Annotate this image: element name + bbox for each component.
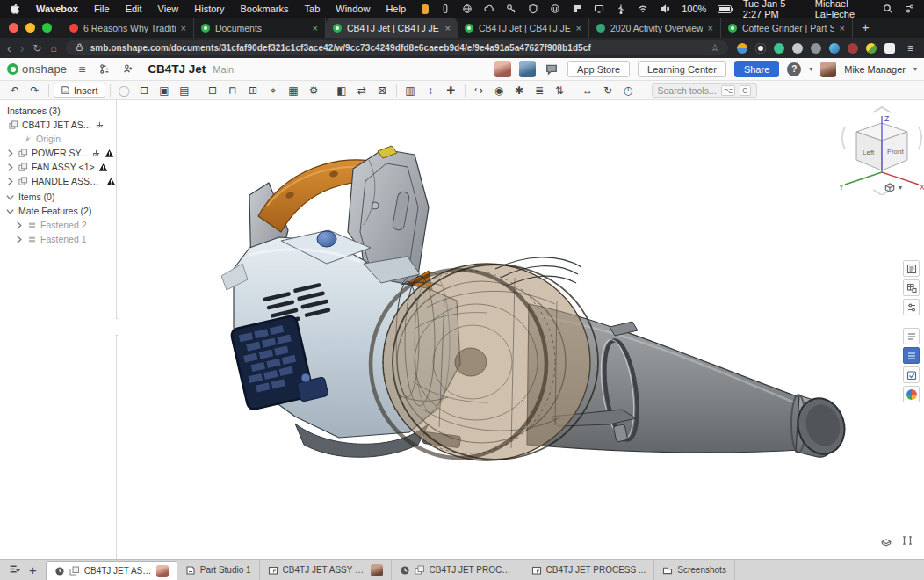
add-element-button[interactable]: +: [29, 562, 37, 577]
back-button[interactable]: ‹: [7, 42, 11, 54]
browser-tab-1[interactable]: 6 Reasons Why Traditional CA ×: [62, 18, 194, 38]
chevron-right-icon[interactable]: [5, 149, 15, 158]
learning-center-button[interactable]: Learning Center: [638, 61, 726, 77]
tab-close-icon[interactable]: ×: [576, 23, 581, 33]
extension-icon[interactable]: [829, 43, 840, 54]
browser-tab-4[interactable]: CB4TJ Jet | CB4TJ JET ASSY | ×: [458, 18, 589, 38]
tasks-panel-button[interactable]: [903, 366, 920, 383]
gear-relation-button[interactable]: ⚙: [305, 82, 323, 99]
appearance-panel-button[interactable]: [903, 260, 920, 277]
spotlight-icon[interactable]: [883, 4, 893, 15]
snap-button[interactable]: ✱: [510, 82, 529, 99]
extension-icon[interactable]: [848, 43, 858, 54]
document-menu-icon[interactable]: ≡: [74, 62, 90, 76]
move-button[interactable]: ✚: [442, 82, 460, 99]
reorder-button[interactable]: ⇅: [551, 82, 569, 99]
comb-button[interactable]: ≣: [531, 82, 549, 99]
lock-icon[interactable]: [75, 42, 84, 54]
in-context-button[interactable]: ◯: [115, 82, 134, 99]
share-button[interactable]: Share: [734, 61, 779, 77]
extension-icon[interactable]: [737, 43, 747, 54]
revolve-button[interactable]: ◉: [490, 82, 509, 99]
extension-icon[interactable]: [755, 43, 766, 54]
replace-button[interactable]: ⇄: [353, 82, 372, 99]
chevron-right-icon[interactable]: [14, 235, 24, 244]
refresh-button[interactable]: ↻: [599, 82, 617, 99]
manage-tabs-icon[interactable]: [9, 563, 20, 576]
comments-icon[interactable]: [544, 63, 559, 76]
user-menu[interactable]: Mike Manager: [844, 64, 906, 75]
extension-icon[interactable]: [792, 43, 803, 54]
extension-icon[interactable]: [811, 43, 821, 54]
bookmark-star-icon[interactable]: ☆: [711, 42, 719, 54]
key-icon[interactable]: [506, 4, 516, 15]
rotate-button[interactable]: ↪: [470, 82, 488, 99]
close-window-button[interactable]: [9, 23, 18, 33]
extension-icon[interactable]: [866, 43, 877, 54]
menu-edit[interactable]: Edit: [126, 4, 142, 14]
items-header[interactable]: Items (0): [0, 190, 116, 204]
menu-tab[interactable]: Tab: [305, 4, 321, 14]
extensions-puzzle-icon[interactable]: [884, 43, 895, 54]
chevron-down-icon[interactable]: [5, 192, 15, 202]
named-views-button[interactable]: ▣: [155, 82, 174, 99]
shield-icon[interactable]: [528, 4, 538, 15]
cad-model-leaf-blower[interactable]: [118, 100, 924, 559]
instances-header[interactable]: Instances (3): [0, 104, 116, 118]
zoom-window-button[interactable]: [42, 23, 52, 33]
chevron-right-icon[interactable]: [14, 221, 24, 230]
collaborator-avatar-2[interactable]: [519, 61, 536, 77]
insert-button[interactable]: Insert: [54, 83, 105, 98]
cloud-sync-icon[interactable]: [484, 4, 494, 15]
wifi-icon[interactable]: [638, 4, 648, 15]
container-button[interactable]: ◧: [333, 82, 351, 99]
view-options-button[interactable]: ▾: [884, 181, 902, 193]
chevron-right-icon[interactable]: [5, 163, 15, 172]
chevron-right-icon[interactable]: [5, 177, 15, 186]
control-center-icon[interactable]: [905, 4, 915, 15]
apps-panel-button[interactable]: [903, 386, 920, 402]
tree-item-root-assembly[interactable]: CB4TJ JET AS...: [0, 118, 116, 132]
scale-button[interactable]: ↕: [422, 82, 440, 99]
redo-button[interactable]: ↷: [25, 82, 44, 99]
feature-list-panel-button[interactable]: [903, 328, 920, 344]
browser-menu-icon[interactable]: ≡: [904, 42, 917, 54]
tab-close-icon[interactable]: ×: [840, 23, 845, 33]
element-tab-assembly[interactable]: CB4TJ JET ASSY: [46, 561, 177, 580]
viewcube-left-face[interactable]: Left: [863, 149, 875, 156]
globe-icon[interactable]: [462, 4, 473, 15]
element-tab-process-2[interactable]: CB4TJ JET PROCESS ...: [523, 560, 655, 580]
tab-close-icon[interactable]: ×: [181, 23, 186, 33]
address-bar[interactable]: smb.onshape.com/documents/31cfaf90def321…: [66, 40, 728, 55]
tab-close-icon[interactable]: ×: [313, 23, 318, 33]
extension-icon[interactable]: [774, 43, 784, 54]
window-split-icon[interactable]: [572, 4, 582, 15]
tree-item-fastened-1[interactable]: Fastened 1: [0, 232, 116, 246]
forward-button[interactable]: ›: [20, 42, 25, 54]
element-tab-part-studio[interactable]: Part Studio 1: [177, 560, 260, 580]
mate-features-header[interactable]: Mate Features (2): [0, 204, 116, 218]
onshape-logo[interactable]: onshape: [7, 62, 67, 76]
menu-history[interactable]: History: [194, 4, 224, 14]
menu-file[interactable]: File: [94, 4, 110, 14]
expand-button[interactable]: ↔: [579, 82, 597, 99]
usb-icon[interactable]: [616, 4, 626, 15]
element-tab-drawing-1[interactable]: CB4TJ JET ASSY Dr...: [260, 560, 392, 580]
menubar-user[interactable]: Michael LaFleche: [815, 0, 871, 19]
tree-item-fan-assy[interactable]: FAN ASSY <1>: [0, 160, 116, 174]
collaborator-avatar-1[interactable]: [494, 61, 511, 77]
3d-viewport[interactable]: Left Front Z X Y ▾: [118, 100, 924, 559]
circled-u-icon[interactable]: [550, 4, 560, 15]
tree-item-origin[interactable]: Origin: [0, 132, 116, 146]
home-button[interactable]: ⌂: [50, 43, 56, 54]
mate-connector-button[interactable]: ⌖: [264, 82, 283, 99]
scale-indicator-icon[interactable]: [901, 534, 913, 550]
element-tab-process-1[interactable]: CB4TJ JET PROCES...: [392, 560, 523, 580]
browser-tab-2[interactable]: Documents ×: [194, 18, 326, 38]
select-button[interactable]: ⊠: [373, 82, 392, 99]
tab-close-icon[interactable]: ×: [708, 23, 713, 33]
mate-button[interactable]: ⊓: [224, 82, 242, 99]
section-view-button[interactable]: ⊟: [135, 82, 154, 99]
app-store-button[interactable]: App Store: [567, 61, 630, 77]
wavebox-status-icon[interactable]: [422, 4, 429, 14]
